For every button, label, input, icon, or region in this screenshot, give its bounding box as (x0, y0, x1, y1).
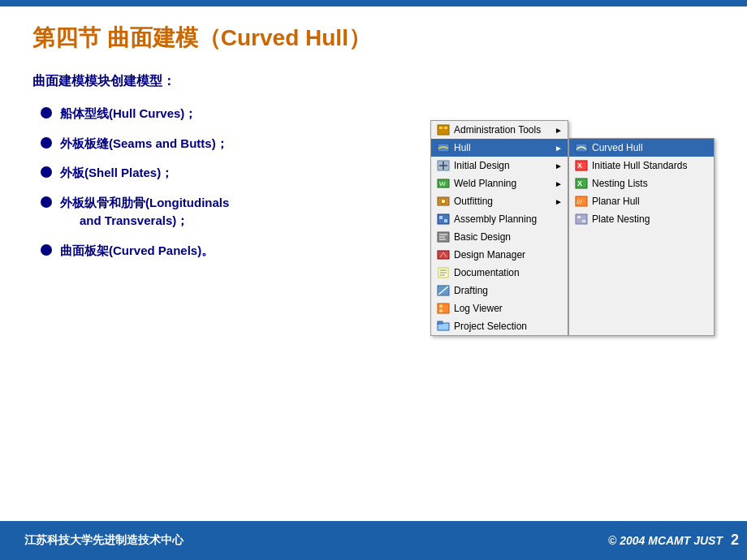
submenu-label-nesting: Nesting Lists (592, 178, 648, 189)
svg-rect-37 (576, 214, 587, 224)
bullet-dot (41, 137, 52, 149)
bullet-en-1: (Hull Curves) (109, 106, 184, 120)
list-item: 外板板缝(Seams and Butts)； (41, 135, 414, 153)
bullet-text-4: 外板纵骨和肋骨(Longitudinals and Transverals)； (60, 194, 229, 230)
weld-arrow: ► (555, 179, 563, 188)
menu-label-hull: Hull (454, 142, 471, 153)
svg-rect-29 (438, 321, 443, 324)
svg-point-10 (441, 199, 446, 204)
list-item: 外板(Shell Plates)； (41, 164, 414, 183)
hull-arrow: ► (555, 144, 563, 153)
draft-icon (436, 283, 451, 298)
weld-icon: W (436, 176, 451, 191)
submenu-item-nesting[interactable]: X Nesting Lists (569, 174, 714, 192)
bullet-suffix-1: ； (184, 106, 196, 120)
bullet-en-4: (Longitudinals (145, 196, 229, 209)
manager-icon (436, 248, 451, 262)
project-icon (436, 319, 451, 334)
menu-item-log[interactable]: Log Viewer (431, 299, 568, 317)
menu-label-assembly: Assembly Planning (454, 213, 537, 225)
bullet-cn-3: 外板 (60, 166, 84, 179)
slide: 第四节 曲面建模（Curved Hull） 曲面建模模块创建模型： 船体型线(H… (0, 0, 747, 560)
svg-rect-12 (439, 216, 443, 219)
submenu-item-initiate[interactable]: X Initiate Hull Standards (569, 157, 714, 174)
planar-icon: /// (574, 194, 589, 209)
bullet-dot (41, 244, 52, 256)
menu-label-manager: Design Manager (454, 249, 525, 261)
bullet-text-3: 外板(Shell Plates)； (60, 164, 173, 183)
menu-item-admin[interactable]: Administration Tools ► (431, 121, 568, 139)
menu-item-draft[interactable]: Drafting (431, 282, 568, 299)
svg-rect-39 (582, 220, 585, 222)
outfit-icon (436, 194, 451, 209)
menu-label-admin: Administration Tools (454, 124, 541, 136)
submenu-item-curved[interactable]: Curved Hull (569, 139, 714, 157)
submenu-item-plate[interactable]: Plate Nesting (569, 210, 714, 228)
assembly-icon (436, 212, 451, 226)
initial-arrow: ► (555, 162, 563, 170)
bullet-en-2: (Seams and Butts) (109, 136, 216, 150)
menu-label-initial: Initial Design (454, 160, 510, 171)
top-bar (0, 0, 747, 6)
svg-rect-2 (444, 127, 447, 129)
plate-icon (574, 212, 589, 226)
bullet-cn-4: 外板纵骨和肋骨 (60, 196, 145, 209)
list-item: 外板纵骨和肋骨(Longitudinals and Transverals)； (41, 194, 414, 230)
menu-item-manager[interactable]: Design Manager (431, 246, 568, 264)
footer-copyright: © 2004 MCAMT JUST (608, 534, 723, 547)
svg-rect-0 (438, 125, 449, 135)
bullet-cn-5: 曲面板架 (60, 243, 109, 257)
content-area: 第四节 曲面建模（Curved Hull） 曲面建模模块创建模型： 船体型线(H… (0, 6, 747, 521)
svg-rect-13 (444, 219, 447, 222)
bullet-dot (41, 166, 52, 178)
menu-item-basic[interactable]: Basic Design (431, 228, 568, 246)
menu-label-doc: Documentation (454, 267, 520, 278)
menu-label-basic: Basic Design (454, 231, 511, 243)
initial-icon (436, 158, 451, 173)
menu-item-outfit[interactable]: Outfitting ► (431, 192, 568, 210)
svg-rect-30 (576, 144, 587, 152)
bullet-suffix-5: 。 (201, 243, 214, 257)
menu-item-initial[interactable]: Initial Design ► (431, 157, 568, 174)
svg-text:X: X (577, 179, 582, 187)
doc-icon (436, 265, 451, 280)
bullet-suffix-2: ； (216, 136, 228, 150)
list-item: 船体型线(Hull Curves)； (41, 105, 414, 123)
menu-item-project[interactable]: Project Selection (431, 317, 568, 335)
svg-point-26 (439, 304, 443, 308)
menu-item-assembly[interactable]: Assembly Planning (431, 210, 568, 228)
bullet-text-5: 曲面板架(Curved Panels)。 (60, 242, 214, 261)
svg-rect-38 (577, 216, 581, 218)
outfit-arrow: ► (555, 197, 563, 206)
log-icon (436, 301, 451, 316)
section-heading: 曲面建模模块创建模型： (32, 73, 715, 90)
nesting-icon: X (574, 176, 589, 191)
svg-rect-1 (439, 127, 443, 129)
initiate-icon: X (574, 158, 589, 173)
menu-label-project: Project Selection (454, 321, 527, 332)
curved-hull-icon (574, 140, 589, 155)
menu-label-outfit: Outfitting (454, 196, 493, 207)
bullet-cn-1: 船体型线 (60, 106, 109, 120)
bullet-en4-cont: and Transverals)； (80, 213, 188, 227)
bullet-text-1: 船体型线(Hull Curves)； (60, 105, 196, 123)
submenu-label-planar: Planar Hull (592, 196, 640, 207)
submenu-label-plate: Plate Nesting (592, 213, 650, 225)
svg-text:X: X (577, 162, 582, 170)
svg-point-27 (439, 309, 443, 312)
menu-item-doc[interactable]: Documentation (431, 264, 568, 282)
submenu-item-planar[interactable]: /// Planar Hull (569, 192, 714, 210)
submenu-panel: Curved Hull X Initiate Hull Standards X … (568, 138, 715, 336)
svg-rect-25 (438, 304, 449, 313)
list-item: 曲面板架(Curved Panels)。 (41, 242, 414, 261)
menu-item-hull[interactable]: Hull ► (431, 139, 568, 157)
bullet-en-5: (Curved Panels) (109, 243, 201, 257)
menu-item-weld[interactable]: W Weld Planning ► (431, 174, 568, 192)
slide-title: 第四节 曲面建模（Curved Hull） (32, 23, 715, 54)
footer-institution: 江苏科技大学先进制造技术中心 (24, 533, 184, 548)
svg-text:///: /// (576, 198, 582, 205)
bullet-dot (41, 107, 52, 118)
submenu-label-initiate: Initiate Hull Standards (592, 160, 687, 171)
footer: 江苏科技大学先进制造技术中心 © 2004 MCAMT JUST (0, 521, 747, 560)
svg-text:W: W (439, 180, 446, 187)
